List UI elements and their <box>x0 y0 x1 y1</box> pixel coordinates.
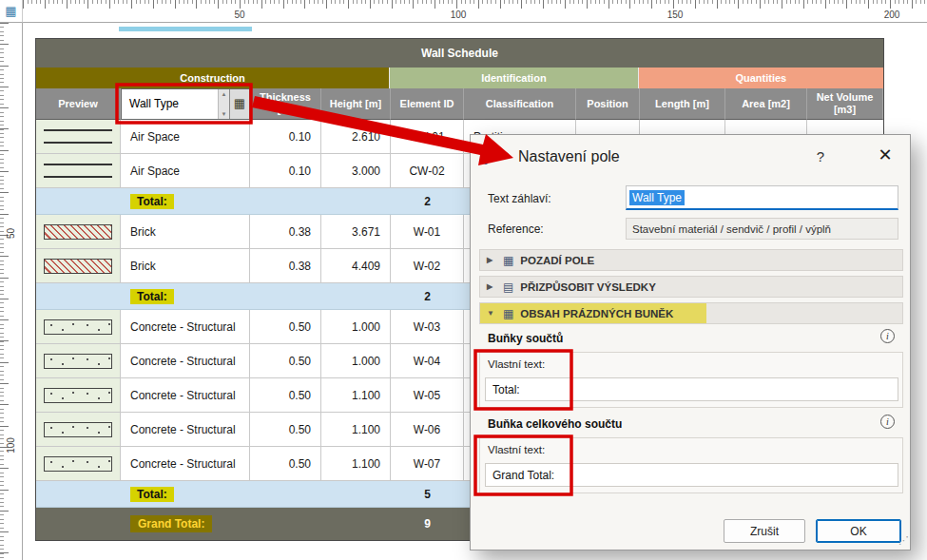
thickness-cell[interactable]: 0.50 <box>250 378 321 413</box>
column-header-classification[interactable]: Classification <box>464 88 576 120</box>
thickness-cell[interactable]: 0.38 <box>250 215 321 249</box>
element-id-cell[interactable]: W-06 <box>391 413 464 447</box>
column-header-wall-type[interactable]: Wall Type ▲ ▼ ▦ <box>121 88 250 120</box>
wall-preview <box>44 354 112 369</box>
thickness-cell[interactable]: 0.50 <box>250 310 321 344</box>
element-id-cell[interactable]: W-03 <box>391 310 464 344</box>
wall-type-cell[interactable]: Concrete - Structural <box>121 447 250 481</box>
total-label-cell: Total: <box>121 481 250 508</box>
info-icon[interactable]: i <box>880 329 895 343</box>
thickness-cell[interactable]: 0.50 <box>250 447 321 481</box>
height-cell[interactable]: 2.610 <box>321 120 391 154</box>
field-settings-button[interactable]: ▦ <box>229 89 249 119</box>
resize-grip-icon[interactable]: ⋰ <box>898 534 909 547</box>
section-field-background[interactable]: ▶ ▦ POZADÍ POLE <box>479 249 903 271</box>
element-id-cell[interactable]: CW-01 <box>391 120 464 154</box>
column-header-length[interactable]: Length [m] <box>640 88 725 120</box>
section-customize-results[interactable]: ▶ ▤ PŘIZPŮSOBIT VÝSLEDKY <box>479 276 903 298</box>
empty-cell <box>250 508 321 540</box>
height-cell[interactable]: 3.000 <box>321 154 391 188</box>
grand-total-cell-title: Buňka celkového součtu <box>488 417 622 431</box>
group-identification[interactable]: Identification <box>390 68 638 88</box>
spinner-up-icon[interactable]: ▲ <box>222 91 227 97</box>
reference-value: Stavební materiál / sendvič / profil / v… <box>626 218 898 240</box>
element-id-cell[interactable]: W-05 <box>391 378 464 413</box>
ok-button[interactable]: OK <box>816 519 901 543</box>
height-cell[interactable]: 1.100 <box>321 447 391 481</box>
grand-total-custom-text-input[interactable]: Grand Total: <box>485 463 898 487</box>
total-label-cell: Total: <box>121 283 250 310</box>
column-group-row: Construction Identification Quantities <box>36 68 883 88</box>
height-cell[interactable]: 1.000 <box>321 344 391 378</box>
preview-cell <box>36 508 121 540</box>
header-text-label: Text záhlaví: <box>488 192 551 205</box>
column-header-position[interactable]: Position <box>576 88 640 120</box>
wall-preview <box>44 129 112 144</box>
element-id-cell[interactable]: CW-02 <box>391 154 464 188</box>
preview-cell <box>36 283 121 310</box>
wall-type-cell[interactable]: Concrete - Structural <box>121 378 250 413</box>
wall-type-cell[interactable]: Brick <box>121 215 250 249</box>
empty-cell <box>321 188 391 215</box>
thickness-cell[interactable]: 0.10 <box>250 154 321 188</box>
sum-cells-group: Vlastní text: Total: <box>479 352 903 408</box>
preview-cell <box>36 378 121 413</box>
info-icon[interactable]: i <box>880 415 895 429</box>
total-count: 5 <box>391 481 464 508</box>
wall-type-cell[interactable]: Concrete - Structural <box>121 310 250 344</box>
wall-type-cell[interactable]: Brick <box>121 249 250 283</box>
column-header-net-volume[interactable]: Net Volume [m3] <box>807 88 883 120</box>
group-construction[interactable]: Construction <box>36 68 390 88</box>
vertical-ruler[interactable]: 50 100 <box>0 23 23 560</box>
wall-type-cell[interactable]: Concrete - Structural <box>121 413 250 447</box>
column-header-height[interactable]: Height [m] <box>321 88 391 120</box>
preview-cell <box>36 447 121 481</box>
close-button[interactable]: ✕ <box>874 145 897 165</box>
height-cell[interactable]: 3.671 <box>321 215 391 249</box>
archicad-logo-icon <box>484 146 509 167</box>
group-quantities[interactable]: Quantities <box>639 68 883 88</box>
column-header-area[interactable]: Area [m2] <box>725 88 807 120</box>
help-button[interactable]: ? <box>811 148 830 164</box>
total-count: 2 <box>391 188 464 215</box>
height-cell[interactable]: 1.000 <box>321 310 391 344</box>
ruler-origin-icon[interactable]: ▦ <box>0 0 23 23</box>
thickness-cell[interactable]: 0.10 <box>250 120 321 154</box>
preview-cell <box>36 188 121 215</box>
customize-results-icon: ▤ <box>503 280 513 294</box>
sum-custom-text-input[interactable]: Total: <box>485 377 898 401</box>
wall-preview <box>44 456 112 472</box>
element-id-cell[interactable]: W-04 <box>391 344 464 378</box>
thickness-cell[interactable]: 0.50 <box>250 413 321 447</box>
empty-cell <box>250 481 321 508</box>
column-header-element-id[interactable]: Element ID <box>391 88 464 120</box>
wall-type-cell[interactable]: Air Space <box>121 120 250 154</box>
ruler-label: 100 <box>6 436 16 455</box>
height-cell[interactable]: 1.100 <box>321 378 391 413</box>
chevron-right-icon: ▶ <box>487 256 496 264</box>
wall-preview <box>44 422 112 437</box>
section-label: POZADÍ POLE <box>520 255 594 266</box>
header-text-input[interactable]: Wall Type <box>626 185 898 210</box>
section-empty-cells-content[interactable]: ▼ ▦ OBSAH PRÁZDNÝCH BUNĚK <box>479 302 903 324</box>
preview-cell <box>36 154 121 188</box>
height-cell[interactable]: 1.100 <box>321 413 391 447</box>
element-id-cell[interactable]: W-01 <box>391 215 464 249</box>
ruler-label: 200 <box>884 10 900 20</box>
empty-cell <box>321 283 391 310</box>
horizontal-ruler[interactable]: 50 100 150 200 <box>0 0 927 23</box>
spinner-down-icon[interactable]: ▼ <box>222 111 227 117</box>
thickness-cell[interactable]: 0.50 <box>250 344 321 378</box>
preview-cell <box>36 481 121 508</box>
height-cell[interactable]: 4.409 <box>321 249 391 283</box>
preview-cell <box>36 215 121 249</box>
column-header-preview[interactable]: Preview <box>36 88 121 120</box>
column-reorder-spinner[interactable]: ▲ ▼ <box>218 89 229 119</box>
column-header-thickness[interactable]: Thickness [m] <box>250 88 321 120</box>
wall-type-cell[interactable]: Concrete - Structural <box>121 344 250 378</box>
thickness-cell[interactable]: 0.38 <box>250 249 321 283</box>
element-id-cell[interactable]: W-02 <box>391 249 464 283</box>
cancel-button[interactable]: Zrušit <box>724 519 805 543</box>
wall-type-cell[interactable]: Air Space <box>121 154 250 188</box>
element-id-cell[interactable]: W-07 <box>391 447 464 481</box>
